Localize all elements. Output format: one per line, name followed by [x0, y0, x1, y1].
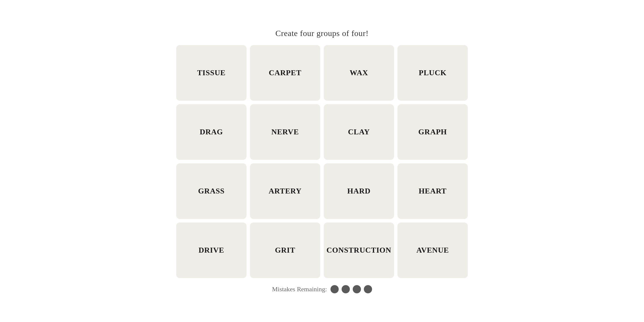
game-subtitle: Create four groups of four!: [275, 29, 369, 38]
word-card-label-wax: WAX: [347, 66, 370, 80]
word-card-clay[interactable]: CLAY: [324, 104, 394, 160]
mistakes-dots: [330, 285, 372, 293]
word-card-grit[interactable]: GRIT: [250, 222, 320, 278]
word-card-grass[interactable]: GRASS: [176, 163, 246, 219]
word-card-graph[interactable]: GRAPH: [398, 104, 468, 160]
word-card-label-nerve: NERVE: [269, 125, 301, 139]
word-card-drive[interactable]: DRIVE: [176, 222, 246, 278]
word-card-label-tissue: TISSUE: [195, 66, 228, 80]
mistake-dot-2: [342, 285, 350, 293]
word-card-label-graph: GRAPH: [416, 125, 449, 139]
word-card-label-drive: DRIVE: [196, 244, 227, 257]
word-grid: TISSUECARPETWAXPLUCKDRAGNERVECLAYGRAPHGR…: [176, 45, 468, 278]
word-card-construction[interactable]: CONSTRUCTION: [324, 222, 394, 278]
game-container: Create four groups of four! TISSUECARPET…: [161, 29, 483, 293]
word-card-label-pluck: PLUCK: [417, 66, 449, 80]
word-card-label-drag: DRAG: [197, 125, 225, 139]
word-card-label-carpet: CARPET: [266, 66, 304, 80]
word-card-tissue[interactable]: TISSUE: [176, 45, 246, 101]
mistake-dot-3: [353, 285, 361, 293]
word-card-avenue[interactable]: AVENUE: [398, 222, 468, 278]
word-card-label-hard: HARD: [345, 184, 373, 198]
word-card-label-artery: ARTERY: [266, 184, 304, 198]
mistake-dot-1: [330, 285, 339, 293]
word-card-label-grit: GRIT: [273, 244, 298, 257]
word-card-label-construction: CONSTRUCTION: [324, 244, 394, 257]
word-card-label-grass: GRASS: [196, 184, 227, 198]
word-card-nerve[interactable]: NERVE: [250, 104, 320, 160]
word-card-pluck[interactable]: PLUCK: [398, 45, 468, 101]
word-card-hard[interactable]: HARD: [324, 163, 394, 219]
word-card-heart[interactable]: HEART: [398, 163, 468, 219]
word-card-carpet[interactable]: CARPET: [250, 45, 320, 101]
mistakes-label: Mistakes Remaining:: [272, 285, 327, 293]
word-card-label-heart: HEART: [416, 184, 449, 198]
mistakes-section: Mistakes Remaining:: [272, 285, 372, 293]
word-card-artery[interactable]: ARTERY: [250, 163, 320, 219]
mistake-dot-4: [364, 285, 372, 293]
word-card-drag[interactable]: DRAG: [176, 104, 246, 160]
word-card-wax[interactable]: WAX: [324, 45, 394, 101]
word-card-label-avenue: AVENUE: [414, 244, 451, 257]
word-card-label-clay: CLAY: [346, 125, 372, 139]
